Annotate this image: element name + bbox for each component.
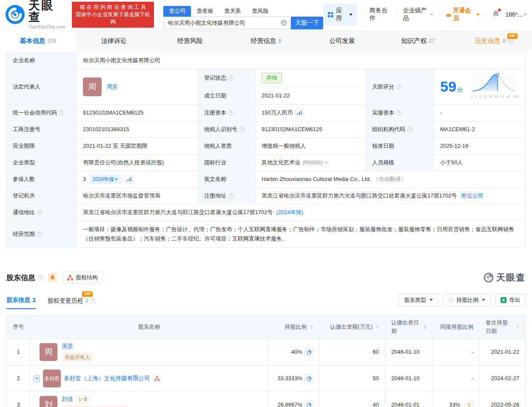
- nearby-companies-link[interactable]: 附近公司: [461, 192, 483, 200]
- help-icon[interactable]: [38, 275, 43, 281]
- slogan-line2: 国家中小企业发展子基金旗下机构: [76, 11, 150, 26]
- help-icon[interactable]: [59, 110, 65, 116]
- reg-address-value: 黑龙江省哈尔滨市道里区群力第六大道与朗江路交口处君康大厦公寓17层1702号: [262, 192, 457, 200]
- help-icon[interactable]: [239, 127, 245, 132]
- shareholder-name-link[interactable]: 周昊: [62, 342, 93, 351]
- shareholder-avatar[interactable]: 多好壹: [43, 370, 61, 387]
- divider: [486, 11, 486, 18]
- tianyancha-logo[interactable]: 天眼查 TianYanCha.com: [5, 0, 66, 29]
- sort-control[interactable]: [376, 325, 379, 329]
- search-tab-company[interactable]: 查公司: [163, 6, 191, 17]
- search-box: [163, 17, 291, 29]
- annual-report-badge[interactable]: 2024年报: [89, 175, 122, 184]
- auto-translate-note: （自动翻译）: [373, 175, 406, 183]
- actual-controller-tag[interactable]: 实际控制人: [97, 405, 128, 407]
- shareholder-type-filter[interactable]: 股东类型: [398, 294, 438, 307]
- shareholder-name-link[interactable]: 多好壹（上海）文化传媒有限公司: [64, 374, 150, 383]
- legal-rep-avatar[interactable]: 周: [83, 77, 102, 96]
- apps-grid-icon: [328, 11, 333, 18]
- notifications-bell[interactable]: [492, 10, 500, 19]
- reg-status-cell: 存续: [256, 69, 366, 86]
- tab-count: 27: [429, 38, 435, 44]
- search-input[interactable]: [168, 20, 281, 26]
- nav-open-vip[interactable]: 开通会员: [446, 7, 480, 22]
- sort-control[interactable]: [310, 325, 313, 329]
- tab-operating-info[interactable]: 经营信息 8: [228, 31, 304, 51]
- shareholder-row: 3 刘 刘佳 6: [7, 391, 525, 407]
- axis-tick: 97: [501, 92, 504, 101]
- relations-badge[interactable]: 6: [76, 396, 90, 404]
- tab-operating-risk[interactable]: 经营风险: [152, 31, 228, 51]
- expand-button[interactable]: [34, 375, 40, 382]
- export-button[interactable]: 导出: [495, 294, 526, 307]
- help-icon[interactable]: [37, 232, 43, 237]
- reg-address-cell: 黑龙江省哈尔滨市道里区群力第六大道与朗江路交口处君康大厦公寓17层1702号 附…: [256, 188, 525, 204]
- vip-label: 开通会员: [453, 7, 473, 22]
- account-menu[interactable]: 186*...: [506, 11, 527, 18]
- relation-count: 6: [84, 395, 87, 404]
- capital-trend-icon[interactable]: [295, 109, 304, 117]
- business-scope-label: 经营范围: [13, 230, 35, 238]
- tab-legal[interactable]: 法律诉讼: [76, 31, 152, 51]
- pie-chart-icon[interactable]: [304, 348, 313, 356]
- search-tab-boss[interactable]: 查老板: [191, 6, 219, 17]
- reg-authority-label: 登记机关: [7, 188, 77, 204]
- help-icon[interactable]: [37, 210, 43, 215]
- help-icon[interactable]: [228, 110, 234, 116]
- sort-control[interactable]: [517, 325, 519, 329]
- nav-enterprise[interactable]: 企业级产品: [403, 7, 433, 22]
- taxpayer-quality-value: 增值税一般纳税人: [256, 138, 366, 154]
- legal-rep-link[interactable]: 周昊: [107, 83, 118, 91]
- search-button[interactable]: 天眼一下: [291, 17, 323, 29]
- annual-report-link[interactable]: (2024年报): [276, 208, 303, 217]
- monitor-bell-button[interactable]: [48, 273, 57, 283]
- shareholder-avatar[interactable]: 周: [40, 343, 57, 361]
- reg-address-label-cell: 注册地址: [198, 188, 256, 204]
- pie-chart-icon[interactable]: [304, 374, 313, 383]
- insured-cell: 3 2024年报: [77, 171, 198, 187]
- axis-tick: 3: [479, 92, 481, 101]
- indirect-holding-icon[interactable]: [465, 401, 473, 407]
- pie-chart-icon[interactable]: [304, 401, 313, 407]
- clear-search-icon[interactable]: [281, 20, 287, 26]
- shareholders-table: 序号 股东名称 持股比例 认缴出资额(万元) 认缴出资日期 间接持股比例 首次持…: [6, 315, 526, 407]
- help-icon[interactable]: [407, 127, 413, 132]
- company-name-label: 企业名称: [7, 52, 77, 69]
- tab-shareholder-info[interactable]: 股东信息 3: [6, 296, 36, 309]
- help-icon[interactable]: [228, 75, 234, 80]
- reg-capital-cell: 150万人民币: [256, 105, 366, 121]
- chevron-down-icon: [523, 14, 527, 17]
- help-icon[interactable]: [396, 84, 402, 89]
- chevron-down-icon[interactable]: [324, 159, 328, 164]
- equity-structure-icon[interactable]: [153, 375, 161, 383]
- tab-history-info[interactable]: VIP 历史信息 8: [456, 31, 532, 51]
- tab-ip[interactable]: 知识产权 27: [380, 31, 456, 51]
- shareholder-name-link[interactable]: 刘佳: [62, 395, 73, 404]
- score-distribution-chart: 0 1 3 15 50 85 97 99 100: [471, 72, 518, 101]
- amount-cell: 50: [319, 366, 385, 391]
- mail-address-label-cell: 通信地址: [7, 204, 77, 221]
- tab-equity-change-history[interactable]: VIP 股权变更历程 3: [48, 297, 96, 309]
- search-tab-relation[interactable]: 查关系: [219, 6, 246, 17]
- axis-tick: 85: [495, 92, 498, 101]
- apps-menu[interactable]: 应用: [323, 3, 357, 26]
- tab-basic-info[interactable]: 基本信息 318: [0, 31, 76, 51]
- search-tab-risk[interactable]: 查风险: [246, 6, 274, 17]
- help-icon[interactable]: [396, 110, 402, 116]
- equity-structure-button[interactable]: 股权结构: [63, 272, 102, 284]
- holding-ratio-filter[interactable]: 持股比例: [443, 294, 491, 307]
- nav-cooperation[interactable]: 商务合作: [370, 7, 391, 22]
- indirect-cell: -: [432, 339, 480, 365]
- help-icon[interactable]: [228, 193, 234, 199]
- beneficial-owner-tag[interactable]: 受益所有人: [62, 405, 93, 407]
- insured-trend-icon[interactable]: [125, 175, 134, 183]
- help-icon[interactable]: [91, 298, 96, 304]
- sort-control[interactable]: [424, 325, 426, 329]
- tab-company-development[interactable]: 公司发展: [304, 31, 380, 51]
- company-info-table: 企业名称 哈尔滨周小闹文化传媒有限公司 法定代表人 周 周昊 登记状态 存续 成…: [6, 52, 526, 248]
- beneficial-owner-tag[interactable]: 受益所有人: [62, 353, 93, 362]
- help-icon[interactable]: [508, 38, 513, 44]
- score-value[interactable]: 59分: [440, 79, 463, 94]
- filter-label: 股东类型: [404, 296, 426, 304]
- shareholder-avatar[interactable]: 刘: [40, 396, 57, 407]
